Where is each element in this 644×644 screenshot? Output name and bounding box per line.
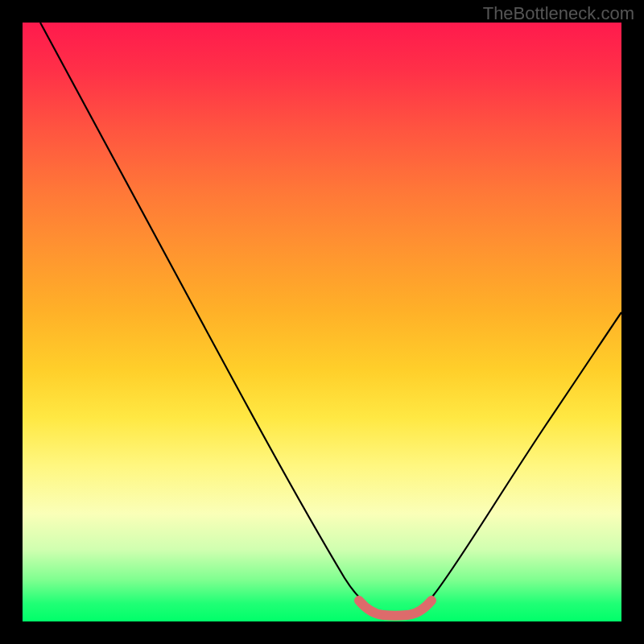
- curve-svg: [23, 23, 621, 621]
- optimal-zone-marker: [359, 601, 431, 616]
- chart-plot-area: [23, 23, 621, 621]
- watermark-text: TheBottleneck.com: [483, 3, 634, 24]
- bottleneck-curve: [40, 23, 621, 615]
